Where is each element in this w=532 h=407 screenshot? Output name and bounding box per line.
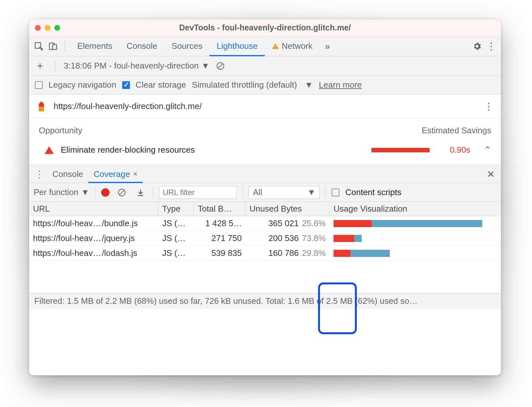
coverage-toolbar: Per function ▼ All ▼ Content scripts — [29, 183, 501, 202]
coverage-row[interactable]: https://foul-heav…/jquery.jsJS (…271 750… — [29, 231, 501, 246]
svg-line-12 — [120, 190, 124, 195]
coverage-table-header: URL Type Total B… Unused Bytes Usage Vis… — [29, 202, 501, 216]
svg-rect-9 — [39, 106, 44, 108]
coverage-row[interactable]: https://foul-heav…/lodash.jsJS (…539 835… — [29, 246, 501, 261]
col-total[interactable]: Total B… — [194, 202, 246, 216]
tab-network[interactable]: Network — [265, 36, 319, 56]
devtools-window: DevTools - foul-heavenly-direction.glitc… — [29, 19, 501, 375]
learn-more-link[interactable]: Learn more — [319, 80, 362, 90]
lighthouse-options: Legacy navigation Clear storage Simulate… — [29, 76, 501, 94]
tab-console[interactable]: Console — [119, 36, 164, 56]
cell-url: https://foul-heav…/lodash.js — [29, 248, 158, 258]
dropdown-arrow-icon: ▼ — [307, 187, 316, 197]
url-filter-input[interactable] — [159, 186, 237, 199]
warning-icon — [272, 43, 279, 50]
col-unused[interactable]: Unused Bytes — [246, 202, 330, 216]
clear-report-icon[interactable] — [214, 60, 227, 72]
content-scripts-checkbox[interactable] — [332, 189, 339, 196]
clear-coverage-icon[interactable] — [115, 186, 128, 199]
type-filter-label: All — [253, 187, 262, 197]
col-usage[interactable]: Usage Visualization — [330, 202, 501, 216]
drawer-menu-icon[interactable]: ⋮ — [33, 168, 46, 181]
cell-unused: 200 53673.8% — [246, 233, 330, 243]
coverage-status: Filtered: 1.5 MB of 2.2 MB (68%) used so… — [29, 293, 501, 309]
titlebar: DevTools - foul-heavenly-direction.glitc… — [29, 19, 501, 36]
expand-chevron-icon[interactable]: ⌃ — [484, 145, 491, 155]
dropdown-arrow-icon: ▼ — [81, 187, 90, 197]
savings-bar — [371, 148, 430, 152]
export-coverage-icon[interactable] — [134, 186, 147, 199]
tab-elements[interactable]: Elements — [70, 36, 119, 56]
cell-type: JS (… — [158, 248, 194, 258]
cell-total: 1 428 5… — [194, 218, 246, 228]
col-type[interactable]: Type — [158, 202, 194, 216]
record-button[interactable] — [101, 188, 110, 197]
drawer-tabstrip: ⋮ ConsoleCoverage× ✕ — [29, 165, 501, 183]
cell-total: 271 750 — [194, 233, 246, 243]
usage-bar — [334, 250, 497, 257]
cell-usage — [330, 235, 501, 242]
cell-type: JS (… — [158, 218, 194, 228]
savings-value: 0.90s — [450, 145, 470, 155]
usage-bar — [334, 235, 497, 242]
cell-type: JS (… — [158, 233, 194, 243]
usage-bar — [334, 220, 497, 227]
inspect-element-icon[interactable] — [32, 40, 45, 53]
drawer-tab-console[interactable]: Console — [47, 165, 88, 183]
cell-total: 539 835 — [194, 248, 246, 258]
main-toolbar: ElementsConsoleSourcesLighthouseNetwork … — [29, 36, 501, 56]
svg-rect-4 — [275, 48, 276, 48]
coverage-row[interactable]: https://foul-heav…/bundle.jsJS (…1 428 5… — [29, 216, 501, 231]
legacy-navigation-checkbox[interactable] — [35, 81, 43, 89]
cell-unused: 160 78629.8% — [246, 248, 330, 258]
report-dropdown[interactable]: 3:18:06 PM - foul-heavenly-direction ▼ — [64, 61, 209, 71]
drawer-tab-coverage[interactable]: Coverage× — [88, 165, 143, 183]
opportunity-row[interactable]: Eliminate render-blocking resources 0.90… — [29, 139, 501, 165]
settings-gear-icon[interactable] — [471, 40, 484, 53]
opportunity-header: Opportunity — [39, 126, 82, 136]
cell-usage — [330, 220, 501, 227]
drawer-tab-label: Console — [52, 169, 83, 179]
tab-sources[interactable]: Sources — [165, 36, 209, 56]
col-url[interactable]: URL — [29, 202, 158, 216]
lighthouse-report: Opportunity Estimated Savings Eliminate … — [29, 118, 501, 375]
svg-rect-3 — [275, 45, 276, 47]
coverage-mode-select[interactable]: Per function ▼ — [34, 187, 89, 197]
cell-unused: 365 02125.6% — [246, 218, 330, 228]
svg-rect-2 — [53, 45, 57, 50]
drawer-close-icon[interactable]: ✕ — [484, 168, 497, 181]
clear-storage-label: Clear storage — [136, 80, 186, 90]
savings-header: Estimated Savings — [422, 126, 491, 136]
audit-menu-icon[interactable]: ⋮ — [482, 100, 495, 113]
cell-usage — [330, 250, 501, 257]
type-filter-select[interactable]: All ▼ — [249, 186, 320, 199]
kebab-menu-icon[interactable]: ⋮ — [485, 40, 498, 53]
window-title: DevTools - foul-heavenly-direction.glitc… — [29, 23, 501, 32]
coverage-table: URL Type Total B… Unused Bytes Usage Vis… — [29, 202, 501, 293]
lighthouse-subbar: + 3:18:06 PM - foul-heavenly-direction ▼ — [29, 56, 501, 76]
fail-triangle-icon — [45, 146, 54, 154]
tab-label: Elements — [77, 41, 112, 51]
cell-url: https://foul-heav…/bundle.js — [29, 218, 158, 228]
tab-label: Sources — [172, 41, 202, 51]
tab-label: Console — [126, 41, 157, 51]
drawer-tab-label: Coverage — [93, 169, 130, 179]
more-tabs-icon[interactable]: » — [321, 40, 334, 53]
device-toolbar-icon[interactable] — [47, 40, 59, 53]
svg-marker-7 — [39, 101, 44, 106]
coverage-mode-label: Per function — [34, 187, 79, 197]
tab-close-icon[interactable]: × — [133, 170, 137, 178]
svg-line-6 — [218, 64, 223, 68]
dropdown-arrow-icon: ▼ — [201, 61, 210, 71]
tab-label: Network — [282, 41, 312, 51]
tab-lighthouse[interactable]: Lighthouse — [209, 36, 265, 56]
dropdown-arrow-icon[interactable]: ▼ — [305, 80, 313, 90]
lighthouse-icon — [35, 100, 48, 113]
throttling-label: Simulated throttling (default) — [192, 80, 297, 90]
tab-label: Lighthouse — [217, 41, 258, 51]
content-scripts-label: Content scripts — [345, 187, 401, 197]
new-report-button[interactable]: + — [34, 60, 47, 72]
clear-storage-checkbox[interactable] — [122, 81, 130, 89]
audit-url-bar: https://foul-heavenly-direction.glitch.m… — [29, 94, 501, 118]
legacy-navigation-label: Legacy navigation — [48, 80, 116, 90]
